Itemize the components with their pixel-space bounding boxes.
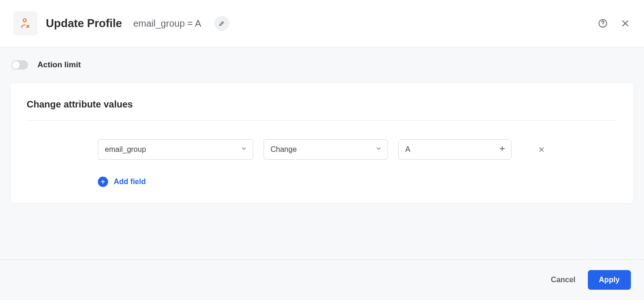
plus-icon xyxy=(498,145,506,152)
operation-select[interactable]: Change xyxy=(263,139,388,160)
value-input-wrap xyxy=(398,139,512,160)
action-limit-row: Action limit xyxy=(0,47,644,83)
chevron-down-icon xyxy=(375,145,382,154)
action-limit-toggle[interactable] xyxy=(11,60,28,70)
close-icon xyxy=(620,18,630,29)
svg-point-2 xyxy=(602,25,603,26)
dialog-body: Action limit Change attribute values ema… xyxy=(0,47,644,259)
dialog-header: Update Profile email_group = A xyxy=(0,0,644,47)
header-left: Update Profile email_group = A xyxy=(13,11,597,36)
header-right xyxy=(597,18,631,29)
edit-title-button[interactable] xyxy=(214,16,229,31)
add-field-button[interactable]: Add field xyxy=(98,177,146,187)
rows-container: email_group Change xyxy=(27,139,617,187)
add-field-label: Add field xyxy=(114,178,146,186)
apply-button[interactable]: Apply xyxy=(588,270,631,290)
help-button[interactable] xyxy=(597,18,608,29)
profile-icon xyxy=(13,11,37,36)
attribute-select[interactable]: email_group xyxy=(98,139,253,160)
attribute-row: email_group Change xyxy=(98,139,617,160)
cancel-button[interactable]: Cancel xyxy=(551,276,575,284)
pencil-icon xyxy=(219,20,225,27)
attribute-select-value: email_group xyxy=(105,145,146,154)
dialog-subtitle: email_group = A xyxy=(133,18,201,29)
operation-select-value: Change xyxy=(271,145,297,154)
close-button[interactable] xyxy=(620,18,631,29)
plus-circle-icon xyxy=(98,177,108,187)
chevron-down-icon xyxy=(241,145,247,154)
dialog-title: Update Profile xyxy=(46,17,122,30)
action-limit-label: Action limit xyxy=(37,60,81,70)
attribute-card: Change attribute values email_group Chan… xyxy=(10,83,634,203)
help-icon xyxy=(598,18,608,29)
dialog-footer: Cancel Apply xyxy=(0,259,644,300)
remove-row-button[interactable] xyxy=(538,146,545,153)
svg-point-0 xyxy=(23,19,27,22)
close-icon xyxy=(538,146,545,153)
card-title: Change attribute values xyxy=(27,99,617,121)
value-add-button[interactable] xyxy=(498,145,506,154)
value-input[interactable] xyxy=(398,139,512,160)
